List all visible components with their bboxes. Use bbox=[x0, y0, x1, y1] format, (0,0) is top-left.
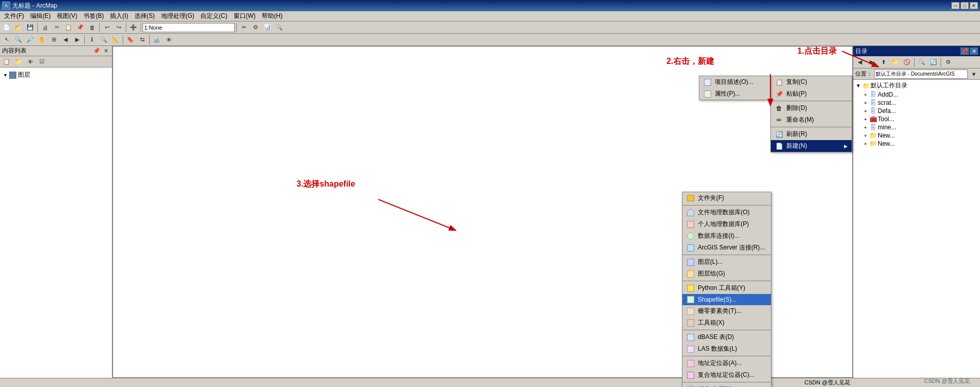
ctx-new-arcgis-server[interactable]: ArcGIS Server 连接(R)... bbox=[682, 242, 771, 254]
tb-r2[interactable]: 📊 bbox=[262, 22, 273, 33]
menu-bookmark[interactable]: 书签(B) bbox=[80, 11, 107, 21]
tree-label-add: AddD... bbox=[878, 91, 898, 98]
catalog-back[interactable]: ◀ bbox=[854, 57, 865, 67]
tb-copy[interactable]: 📋 bbox=[63, 22, 74, 33]
tb-zoom-out[interactable]: 🔎 bbox=[25, 35, 36, 45]
menu-edit[interactable]: 编辑(E) bbox=[27, 11, 54, 21]
tb-cut[interactable]: ✂ bbox=[51, 22, 62, 33]
tree-item-new2[interactable]: + 📁 New... bbox=[854, 140, 979, 148]
ctx-project-description[interactable]: 项目描述(O)... bbox=[699, 76, 770, 88]
ctx-new-compound-locator-label: 复合地址定位器(C)... bbox=[698, 371, 755, 379]
catalog-location-box[interactable]: 默认工作目录 - Documents\ArcGIS bbox=[874, 70, 968, 79]
catalog-options[interactable]: ⚙ bbox=[943, 57, 954, 67]
catalog-up[interactable]: ⬆ bbox=[878, 57, 889, 67]
tb-switch-view[interactable]: ⇆ bbox=[136, 35, 148, 45]
tb-viewer[interactable]: 👁 bbox=[163, 35, 174, 45]
ctx-new[interactable]: 📄 新建(N) ▶ bbox=[771, 140, 852, 152]
ctx-new-compound-locator[interactable]: 复合地址定位器(C)... bbox=[682, 369, 771, 381]
tree-item-scrat[interactable]: + 🗄 scrat... bbox=[854, 99, 979, 107]
ctx-new-filedb[interactable]: 文件地理数据库(O) bbox=[682, 207, 771, 218]
ctx-delete[interactable]: 🗑 删除(D) bbox=[771, 102, 852, 114]
ctx-new-python[interactable]: Python 工具箱(Y) bbox=[682, 282, 771, 294]
tb-add-data[interactable]: ➕ bbox=[128, 22, 139, 33]
tb-open[interactable]: 📂 bbox=[13, 22, 24, 33]
tb-save[interactable]: 💾 bbox=[25, 22, 36, 33]
tb-pan[interactable]: ✋ bbox=[36, 35, 48, 45]
close-button[interactable]: ✕ bbox=[970, 2, 978, 9]
tree-item-root[interactable]: ▼ 📁 默认工作目录 bbox=[854, 81, 979, 90]
ctx-new-shapefile[interactable]: Shapefile(S)... bbox=[682, 294, 771, 305]
ctx-paste[interactable]: 📌 粘贴(P) bbox=[771, 88, 852, 100]
ctx-new-layergroup[interactable]: 图层组(G) bbox=[682, 268, 771, 280]
tb-identify[interactable]: ℹ bbox=[86, 35, 98, 45]
tree-item-new1[interactable]: + 📁 New... bbox=[854, 131, 979, 140]
tb-back[interactable]: ◀ bbox=[60, 35, 71, 45]
tb-r3[interactable]: 🔍 bbox=[274, 22, 285, 33]
catalog-pin[interactable]: 📌 bbox=[961, 48, 969, 55]
tb-paste[interactable]: 📌 bbox=[75, 22, 86, 33]
ctx-rename[interactable]: ✏ 重命名(M) bbox=[771, 114, 852, 126]
toc-list-by-source[interactable]: 📁 bbox=[13, 57, 24, 67]
ctx-new-personaldb[interactable]: 个人地理数据库(P) bbox=[682, 218, 771, 230]
tb-delete[interactable]: 🗑 bbox=[86, 22, 98, 33]
ctx-new-toolbox[interactable]: 工具箱(X) bbox=[682, 317, 771, 329]
ctx-copy[interactable]: 📋 复制(C) bbox=[771, 76, 852, 88]
menu-insert[interactable]: 插入(I) bbox=[107, 11, 131, 21]
menu-select[interactable]: 选择(S) bbox=[131, 11, 158, 21]
menu-customize[interactable]: 自定义(C) bbox=[197, 11, 231, 21]
catalog-connect-folder[interactable]: 📁 bbox=[890, 57, 901, 67]
menu-geoprocessing[interactable]: 地理处理(G) bbox=[158, 11, 197, 21]
ctx-new-las[interactable]: LAS 数据集(L) bbox=[682, 343, 771, 355]
catalog-location-dropdown[interactable]: ▼ bbox=[970, 70, 978, 79]
menu-help[interactable]: 帮助(H) bbox=[259, 11, 286, 21]
menu-view[interactable]: 视图(V) bbox=[54, 11, 80, 21]
toc-pin[interactable]: 📌 bbox=[93, 47, 101, 55]
tb-editor[interactable]: ✏ bbox=[238, 22, 249, 33]
ctx-sep2 bbox=[771, 127, 852, 127]
minimize-button[interactable]: ─ bbox=[951, 2, 960, 9]
tb-find[interactable]: 🔍 bbox=[98, 35, 109, 45]
ctx-new-locator[interactable]: 地址定位器(A)... bbox=[682, 357, 771, 369]
tb-full-extent[interactable]: ⊞ bbox=[48, 35, 59, 45]
ctx-new-xml[interactable]: XML 文档(X) bbox=[682, 383, 771, 387]
catalog-forward[interactable]: ▶ bbox=[866, 57, 877, 67]
ctx-new-folder[interactable]: 文件夹(F) bbox=[682, 192, 771, 204]
tb-select-arrow[interactable]: ↖ bbox=[1, 35, 12, 45]
tree-item-mine[interactable]: + 🗄 mine... bbox=[854, 123, 979, 131]
toc-close[interactable]: ✕ bbox=[102, 47, 110, 55]
menu-file[interactable]: 文件(F) bbox=[1, 11, 27, 21]
maximize-button[interactable]: □ bbox=[961, 2, 969, 9]
scale-input[interactable] bbox=[143, 23, 235, 32]
ctx-refresh[interactable]: 🔄 刷新(R) bbox=[771, 128, 852, 140]
catalog-refresh[interactable]: 🔄 bbox=[928, 57, 939, 67]
toc-list-by-drawing-order[interactable]: 📋 bbox=[1, 57, 12, 67]
ctx-new-layer[interactable]: 图层(L)... bbox=[682, 256, 771, 268]
tb-magnifier[interactable]: 🔬 bbox=[151, 35, 163, 45]
status-bar: CSDN @雪人见花 bbox=[0, 378, 980, 387]
tb-zoom-in[interactable]: 🔍 bbox=[13, 35, 24, 45]
tb-new[interactable]: 📄 bbox=[1, 22, 12, 33]
catalog-disconnect-folder[interactable]: 🚫 bbox=[901, 57, 913, 67]
ctx-new-dbconnect[interactable]: 数据库连接(I)... bbox=[682, 230, 771, 242]
tb-bookmarks[interactable]: 🔖 bbox=[125, 35, 136, 45]
ctx-properties[interactable]: 属性(P)... bbox=[699, 88, 770, 100]
new-icon: 📄 bbox=[775, 142, 783, 150]
tb-r1[interactable]: ⚙ bbox=[250, 22, 261, 33]
tree-item-defa[interactable]: + 🗄 Defa... bbox=[854, 107, 979, 115]
layer-group-item[interactable]: ▼ 图层 bbox=[2, 70, 110, 80]
ctx-new-tile[interactable]: 栅零要素类(T)... bbox=[682, 305, 771, 317]
ctx-new-dbase[interactable]: dBASE 表(D) bbox=[682, 331, 771, 343]
tb-redo[interactable]: ↪ bbox=[113, 22, 124, 33]
catalog-search[interactable]: 🔍 bbox=[916, 57, 927, 67]
tb-measure[interactable]: 📐 bbox=[110, 35, 121, 45]
tb-undo[interactable]: ↩ bbox=[101, 22, 112, 33]
tree-item-add[interactable]: + 🗄 AddD... bbox=[854, 90, 979, 99]
toc-list-by-visibility[interactable]: 👁 bbox=[25, 57, 36, 67]
menu-window[interactable]: 窗口(W) bbox=[231, 11, 259, 21]
toc-list-by-selection[interactable]: ☑ bbox=[36, 57, 48, 67]
submenu-arrow: ▶ bbox=[844, 144, 848, 149]
catalog-close[interactable]: ✕ bbox=[970, 48, 978, 55]
tb-forward[interactable]: ▶ bbox=[72, 35, 83, 45]
tree-item-tool[interactable]: + 🧰 Tool... bbox=[854, 115, 979, 123]
tb-print[interactable]: 🖨 bbox=[39, 22, 51, 33]
